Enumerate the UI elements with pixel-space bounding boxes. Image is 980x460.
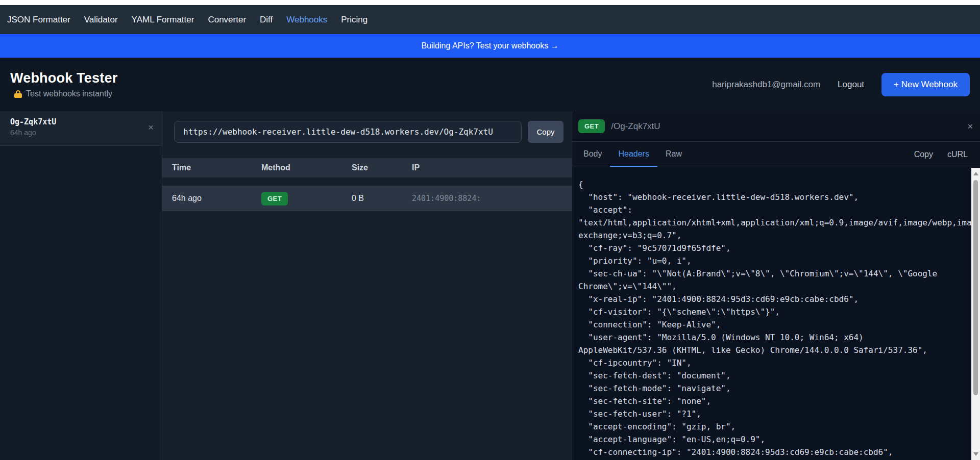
nav-webhooks[interactable]: Webhooks: [286, 15, 327, 25]
column-time: Time: [172, 163, 261, 172]
detail-request-path: /Og-Zqk7xtU: [611, 121, 967, 132]
nav-yaml-formatter[interactable]: YAML Formatter: [132, 15, 194, 25]
promo-banner-link[interactable]: Building APIs? Test your webhooks →: [421, 41, 558, 50]
logout-button[interactable]: Logout: [838, 80, 864, 90]
copy-headers-button[interactable]: Copy: [907, 142, 940, 167]
page-subtitle: Test webhooks instantly: [10, 89, 117, 98]
vertical-scrollbar[interactable]: [971, 168, 980, 460]
request-ip: 2401:4900:8824:: [412, 194, 572, 203]
webhook-id: Og-Zqk7xtU: [10, 117, 154, 126]
webhook-url-bar: Copy: [162, 111, 572, 158]
page-subtitle-text: Test webhooks instantly: [26, 89, 112, 98]
request-time: 64h ago: [172, 194, 261, 203]
top-navigation: JSON Formatter Validator YAML Formatter …: [0, 5, 980, 34]
app-header: Webhook Tester Test webhooks instantly h…: [0, 58, 980, 111]
request-method-cell: GET: [261, 192, 352, 206]
column-ip: IP: [412, 163, 572, 172]
requests-panel: Copy Time Method Size IP 64h ago GET 0 B…: [162, 111, 572, 460]
lock-icon: [14, 90, 22, 98]
tab-headers[interactable]: Headers: [610, 142, 657, 167]
headers-json-content: { "host": "webhook-receiver.little-dew-d…: [572, 168, 971, 460]
detail-method-badge: GET: [578, 119, 605, 133]
request-detail-panel: GET /Og-Zqk7xtU × Body Headers Raw Copy …: [572, 111, 980, 460]
scrollbar-thumb[interactable]: [973, 180, 978, 395]
top-white-strip: [0, 0, 980, 5]
method-badge: GET: [261, 192, 288, 206]
header-right: hariprakashdb1@gmail.com Logout + New We…: [712, 73, 970, 96]
column-size: Size: [352, 163, 412, 172]
webhook-delete-icon[interactable]: ×: [148, 122, 154, 132]
requests-table-header: Time Method Size IP: [162, 158, 572, 177]
scroll-up-icon[interactable]: [973, 172, 978, 175]
copy-url-button[interactable]: Copy: [528, 121, 564, 143]
nav-json-formatter[interactable]: JSON Formatter: [7, 15, 70, 25]
webhook-url-input[interactable]: [174, 121, 522, 143]
main-content: Og-Zqk7xtU 64h ago × Copy Time Method Si…: [0, 111, 980, 460]
title-block: Webhook Tester Test webhooks instantly: [10, 70, 117, 98]
headers-json-viewport: { "host": "webhook-receiver.little-dew-d…: [572, 168, 971, 460]
detail-tabbar: Body Headers Raw Copy cURL: [572, 142, 980, 167]
promo-banner: Building APIs? Test your webhooks →: [0, 34, 980, 58]
nav-validator[interactable]: Validator: [84, 15, 118, 25]
nav-diff[interactable]: Diff: [260, 15, 273, 25]
webhook-sidebar: Og-Zqk7xtU 64h ago ×: [0, 111, 162, 460]
tab-raw[interactable]: Raw: [657, 142, 690, 167]
webhook-tester-screen: JSON Formatter Validator YAML Formatter …: [0, 0, 980, 460]
scroll-down-icon[interactable]: [973, 452, 978, 456]
curl-button[interactable]: cURL: [940, 142, 975, 167]
tabbar-spacer: [690, 142, 907, 167]
page-title: Webhook Tester: [10, 70, 117, 86]
detail-close-icon[interactable]: ×: [967, 122, 973, 131]
user-email: hariprakashdb1@gmail.com: [712, 80, 820, 90]
nav-converter[interactable]: Converter: [208, 15, 246, 25]
new-webhook-button[interactable]: + New Webhook: [881, 73, 970, 96]
request-table-row[interactable]: 64h ago GET 0 B 2401:4900:8824:: [162, 186, 572, 211]
detail-header: GET /Og-Zqk7xtU ×: [572, 111, 980, 142]
webhook-age: 64h ago: [10, 129, 154, 137]
nav-pricing[interactable]: Pricing: [341, 15, 368, 25]
column-method: Method: [261, 163, 352, 172]
tab-body[interactable]: Body: [575, 142, 610, 167]
sidebar-webhook-item[interactable]: Og-Zqk7xtU 64h ago ×: [0, 111, 162, 146]
request-size: 0 B: [352, 194, 412, 203]
